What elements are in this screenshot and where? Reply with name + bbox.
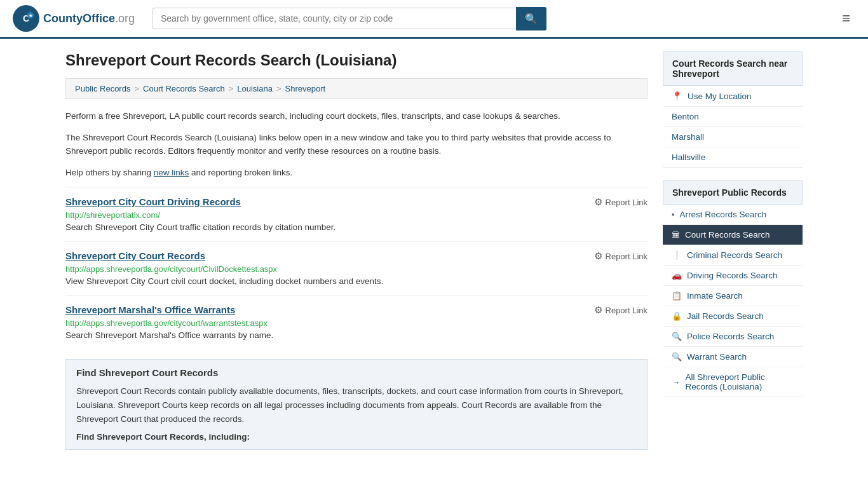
record-item-3-header: Shreveport Marshal's Office Warrants ⚙ R… [65,304,648,316]
menu-button[interactable]: ≡ [837,8,855,29]
sidebar-court-records[interactable]: 🏛 Court Records Search [663,225,803,245]
find-section-para: Shreveport Court Records contain publicl… [76,384,637,426]
svg-text:★: ★ [29,13,33,18]
logo-svg: C ★ [18,10,34,27]
report-label-2: Report Link [606,252,648,261]
search-container: 🔍 [153,7,546,30]
desc-prefix: Help others by sharing [65,168,154,177]
location-pin-icon: 📍 [672,91,682,101]
main-container: Shreveport Court Records Search (Louisia… [53,39,815,463]
sidebar: Court Records Search near Shreveport 📍 U… [663,51,803,450]
sidebar-use-location[interactable]: 📍 Use My Location [663,86,803,107]
record-item-3: Shreveport Marshal's Office Warrants ⚙ R… [65,295,648,349]
inmate-search-label: Inmate Search [687,291,743,301]
record-url-2[interactable]: http://apps.shreveportla.gov/citycourt/C… [65,264,648,274]
report-icon-1: ⚙ [594,196,602,208]
police-records-icon: 🔍 [672,332,682,341]
driving-records-icon: 🚗 [672,271,682,280]
record-url-3[interactable]: http://apps.shreveportla.gov/citycourt/w… [65,318,648,328]
breadcrumb-sep-3: > [276,84,281,93]
sidebar-warrant-search[interactable]: 🔍 Warrant Search [663,347,803,367]
sidebar-police-records[interactable]: 🔍 Police Records Search [663,327,803,347]
record-desc-2: View Shreveport City Court civil court d… [65,276,648,286]
find-section-title: Find Shreveport Court Records [76,367,637,378]
logo-area: C ★ CountyOffice.org [13,5,140,32]
header: C ★ CountyOffice.org 🔍 ≡ [0,0,868,39]
content-area: Shreveport Court Records Search (Louisia… [65,51,648,450]
report-label-3: Report Link [606,306,648,315]
record-desc-3: Search Shreveport Marshal's Office warra… [65,330,648,340]
record-item-2: Shreveport City Court Records ⚙ Report L… [65,241,648,295]
report-link-1[interactable]: ⚙ Report Link [594,196,648,208]
hallsville-link[interactable]: Hallsville [672,152,705,162]
report-link-2[interactable]: ⚙ Report Link [594,250,648,262]
breadcrumb-court-records[interactable]: Court Records Search [143,84,225,93]
breadcrumb-louisiana[interactable]: Louisiana [237,84,273,93]
logo-suffix: .org [115,12,135,25]
sidebar-nearby-title: Court Records Search near Shreveport [663,51,803,86]
report-link-3[interactable]: ⚙ Report Link [594,304,648,316]
sidebar-driving-records[interactable]: 🚗 Driving Records Search [663,266,803,286]
record-desc-1: Search Shreveport City Court traffic cit… [65,222,648,232]
record-title-3[interactable]: Shreveport Marshal's Office Warrants [65,304,235,315]
find-section: Find Shreveport Court Records Shreveport… [65,359,648,450]
record-item-1: Shreveport City Court Driving Records ⚙ … [65,187,648,241]
logo-text: CountyOffice.org [43,12,135,25]
record-url-1[interactable]: http://shreveportlatix.com/ [65,210,648,220]
sidebar-jail-records[interactable]: 🔒 Jail Records Search [663,306,803,327]
breadcrumb-sep-1: > [134,84,139,93]
logo-county: CountyOffice [43,12,115,25]
warrant-search-icon: 🔍 [672,352,682,362]
court-records-label: Court Records Search [685,230,770,240]
breadcrumb-shreveport[interactable]: Shreveport [285,84,326,93]
sidebar-criminal-records[interactable]: ❕ Criminal Records Search [663,245,803,266]
sidebar-arrest-records[interactable]: ▪ Arrest Records Search [663,205,803,225]
warrant-search-label: Warrant Search [687,352,747,362]
benton-link[interactable]: Benton [672,112,699,121]
description-para2: The Shreveport Court Records Search (Lou… [65,131,648,158]
arrest-records-icon: ▪ [672,210,675,219]
report-label-1: Report Link [606,198,648,207]
report-icon-2: ⚙ [594,250,602,262]
record-title-1[interactable]: Shreveport City Court Driving Records [65,196,241,207]
marshall-link[interactable]: Marshall [672,132,704,142]
description-para1: Perform a free Shreveport, LA public cou… [65,109,648,123]
sidebar-public-records-title: Shreveport Public Records [663,180,803,205]
sidebar-records-section: Shreveport Public Records ▪ Arrest Recor… [663,180,803,397]
search-button[interactable]: 🔍 [516,7,546,30]
court-records-icon: 🏛 [672,230,680,240]
sidebar-all-records-link[interactable]: → All Shreveport Public Records (Louisia… [663,367,803,397]
criminal-records-label: Criminal Records Search [687,250,782,260]
page-title: Shreveport Court Records Search (Louisia… [65,51,648,69]
all-records-label: All Shreveport Public Records (Louisiana… [686,372,794,391]
arrest-records-label: Arrest Records Search [680,210,767,219]
sidebar-benton[interactable]: Benton [663,107,803,127]
breadcrumb-public-records[interactable]: Public Records [75,84,130,93]
search-input[interactable] [153,8,516,29]
sidebar-hallsville[interactable]: Hallsville [663,147,803,168]
record-title-2[interactable]: Shreveport City Court Records [65,250,205,261]
criminal-records-icon: ❕ [672,250,682,260]
desc-suffix: and reporting broken links. [189,168,292,177]
sidebar-inmate-search[interactable]: 📋 Inmate Search [663,286,803,306]
header-right: ≡ [837,8,855,29]
use-location-link[interactable]: Use My Location [688,92,752,101]
sidebar-marshall[interactable]: Marshall [663,127,803,147]
find-section-subtitle: Find Shreveport Court Records, including… [76,432,637,442]
logo-icon: C ★ [13,5,39,32]
jail-records-label: Jail Records Search [687,311,764,321]
new-links-link[interactable]: new links [154,168,189,177]
breadcrumb-sep-2: > [229,84,234,93]
driving-records-label: Driving Records Search [687,271,778,280]
description-para3: Help others by sharing new links and rep… [65,166,648,180]
record-item-2-header: Shreveport City Court Records ⚙ Report L… [65,250,648,262]
sidebar-nearby-section: Court Records Search near Shreveport 📍 U… [663,51,803,168]
inmate-search-icon: 📋 [672,291,682,301]
police-records-label: Police Records Search [687,332,774,341]
jail-records-icon: 🔒 [672,311,682,321]
report-icon-3: ⚙ [594,304,602,316]
all-records-arrow-icon: → [672,377,681,387]
breadcrumb: Public Records > Court Records Search > … [65,78,648,99]
record-item-1-header: Shreveport City Court Driving Records ⚙ … [65,196,648,208]
